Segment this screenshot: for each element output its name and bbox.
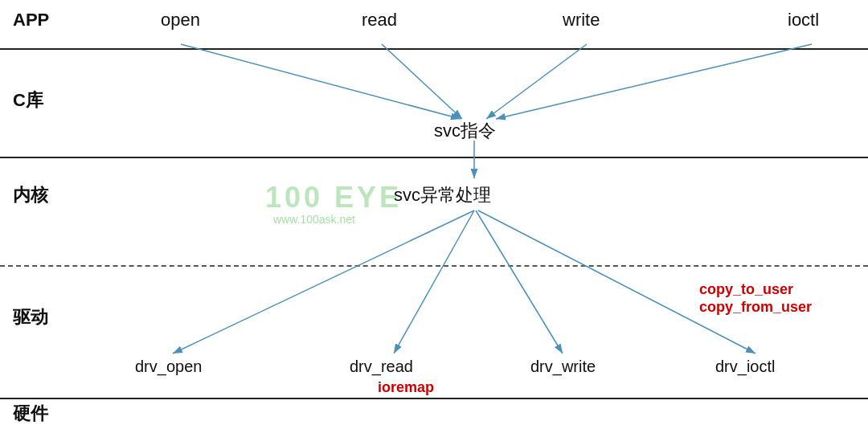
- svc-exc-label: svc异常处理: [394, 183, 491, 207]
- open-label: open: [161, 10, 200, 31]
- kernel-label: 内核: [13, 183, 48, 207]
- drv-read-label: drv_read: [350, 358, 413, 376]
- write-label: write: [563, 10, 600, 31]
- svg-line-7: [394, 210, 474, 353]
- copy-from-user-label: copy_from_user: [699, 299, 812, 316]
- svg-line-2: [382, 44, 462, 119]
- svg-line-6: [173, 210, 474, 353]
- svg-line-4: [496, 44, 812, 119]
- copy-to-user-label: copy_to_user: [699, 281, 793, 298]
- hardware-label: 硬件: [13, 402, 48, 425]
- svg-line-3: [486, 44, 587, 119]
- diagram-container: APP open read write ioctl C库 svc指令 内核 sv…: [0, 0, 868, 425]
- ioremap-label: ioremap: [378, 379, 434, 396]
- svc-label: svc指令: [434, 119, 496, 143]
- divider-dashed: [0, 265, 868, 267]
- divider-1: [0, 48, 868, 50]
- svg-line-8: [476, 210, 563, 353]
- svg-line-1: [181, 44, 461, 119]
- watermark-text: 100 EYE: [265, 181, 402, 215]
- divider-3: [0, 398, 868, 399]
- driver-label: 驱动: [13, 305, 48, 329]
- watermark-url: www.100ask.net: [273, 213, 355, 226]
- drv-write-label: drv_write: [530, 358, 596, 376]
- ioctl-label: ioctl: [788, 10, 819, 31]
- app-label: APP: [13, 10, 49, 31]
- c-lib-label: C库: [13, 88, 43, 112]
- divider-2: [0, 157, 868, 158]
- read-label: read: [362, 10, 397, 31]
- drv-open-label: drv_open: [135, 358, 202, 376]
- drv-ioctl-label: drv_ioctl: [715, 358, 775, 376]
